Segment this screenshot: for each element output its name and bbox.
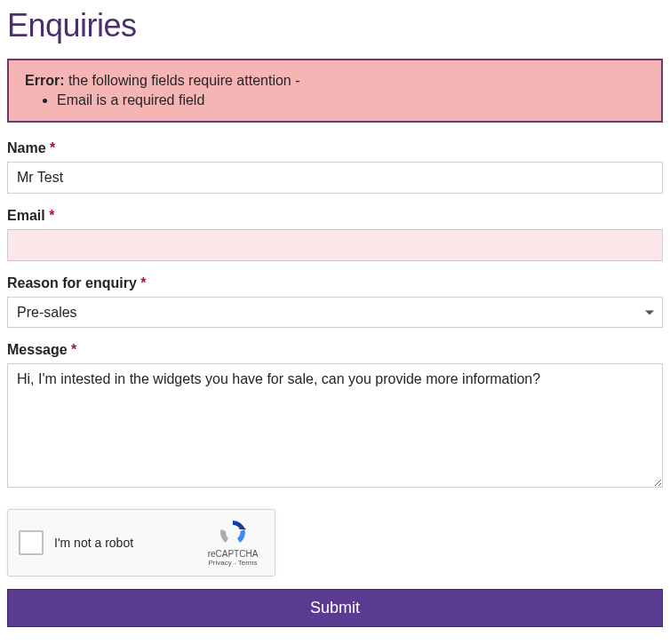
reason-select[interactable]: Pre-sales [7, 297, 663, 328]
name-input[interactable] [7, 162, 663, 194]
submit-button[interactable]: Submit [7, 589, 663, 627]
error-prefix: Error: [25, 73, 64, 88]
email-input[interactable] [7, 229, 663, 261]
required-asterisk: * [49, 208, 54, 223]
form-group-email: Email * [7, 208, 663, 261]
error-alert: Error: the following fields require atte… [7, 59, 663, 123]
email-label-text: Email [7, 208, 45, 223]
recaptcha-privacy-link[interactable]: Privacy [209, 559, 232, 567]
error-message: the following fields require attention - [68, 73, 300, 88]
recaptcha-widget: I'm not a robot reCAPTCHA Privacy - Term… [7, 509, 275, 576]
error-list: Email is a required field [25, 92, 645, 108]
recaptcha-label: I'm not a robot [54, 536, 202, 550]
form-group-reason: Reason for enquiry * Pre-sales [7, 275, 663, 328]
recaptcha-checkbox[interactable] [19, 530, 44, 555]
email-label: Email * [7, 208, 663, 224]
reason-select-wrapper: Pre-sales [7, 297, 663, 328]
reason-label: Reason for enquiry * [7, 275, 663, 291]
form-group-message: Message * Hi, I'm intested in the widget… [7, 342, 663, 491]
recaptcha-terms-link[interactable]: Terms [238, 559, 258, 567]
required-asterisk: * [140, 275, 146, 290]
required-asterisk: * [71, 342, 76, 357]
form-group-name: Name * [7, 140, 663, 194]
message-label: Message * [7, 342, 663, 358]
message-textarea[interactable]: Hi, I'm intested in the widgets you have… [7, 363, 663, 488]
recaptcha-separator: - [232, 559, 238, 567]
message-label-text: Message [7, 342, 68, 357]
reason-label-text: Reason for enquiry [7, 275, 137, 290]
error-item: Email is a required field [57, 92, 645, 108]
name-label: Name * [7, 140, 663, 156]
recaptcha-links: Privacy - Terms [209, 559, 258, 567]
error-heading: Error: the following fields require atte… [25, 73, 645, 89]
required-asterisk: * [50, 140, 55, 155]
name-label-text: Name [7, 140, 46, 155]
recaptcha-brand-text: reCAPTCHA [208, 549, 259, 559]
recaptcha-branding: reCAPTCHA Privacy - Terms [202, 519, 264, 567]
page-title: Enquiries [7, 7, 663, 44]
recaptcha-logo-icon [219, 519, 247, 547]
